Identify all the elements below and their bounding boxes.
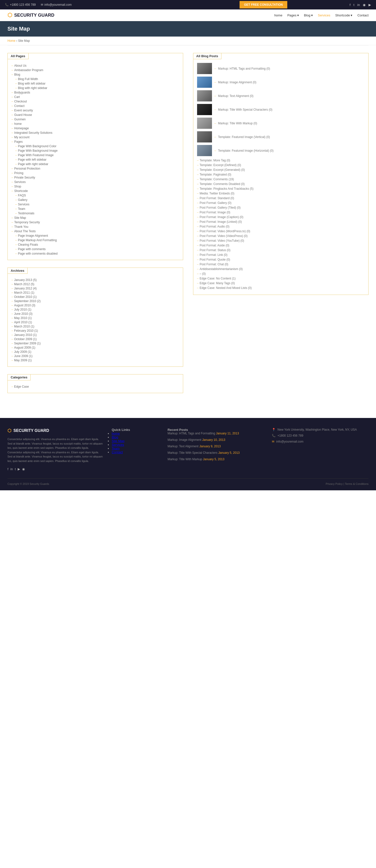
cta-button[interactable]: GET FREE CONSULTATION	[240, 1, 287, 8]
page-link[interactable]: Checkout	[14, 100, 27, 103]
category-link[interactable]: Edge Case	[14, 385, 29, 389]
page-link[interactable]: Page With Featured Image	[18, 153, 54, 157]
quick-link[interactable]: Team	[112, 446, 120, 450]
recent-post-link[interactable]: Markup: Image Alignment	[167, 438, 201, 442]
page-link[interactable]: FAQS	[18, 194, 26, 197]
blog-post-link[interactable]: Post Format: Chat (0)	[199, 262, 228, 266]
archive-link[interactable]: March 2010 (1)	[14, 325, 34, 328]
page-link[interactable]: Site Map	[14, 216, 26, 220]
nav-services[interactable]: Services	[318, 13, 330, 17]
archive-link[interactable]: May 2010 (1)	[14, 316, 32, 320]
page-link[interactable]: Guard House	[14, 113, 32, 117]
page-link[interactable]: Shop	[14, 185, 21, 188]
page-link[interactable]: Shortcode	[14, 189, 28, 193]
page-link[interactable]: Page Markup And Formatting	[18, 239, 57, 242]
archive-link[interactable]: August 2009 (1)	[14, 346, 35, 349]
blog-post-link[interactable]: Template: Pingbacks And Trackbacks (5)	[199, 187, 253, 190]
blog-post-link[interactable]: Post Format: Gallery (Tiled) (0)	[199, 206, 241, 209]
breadcrumb-home[interactable]: Home	[7, 39, 15, 42]
page-link[interactable]: home	[14, 122, 22, 126]
page-link[interactable]: Cart	[14, 95, 20, 99]
archive-link[interactable]: July 2010 (1)	[14, 308, 31, 311]
footer-social-youtube[interactable]: ▶	[18, 467, 20, 471]
blog-post-link[interactable]: – (0)	[199, 272, 206, 276]
blog-post-link[interactable]: Media: Twitter Embeds (0)	[199, 192, 234, 195]
page-link[interactable]: Personal Protection	[14, 167, 40, 170]
blog-post-link[interactable]: Antidisestablishmentarianism (0)	[199, 267, 243, 271]
blog-post-link[interactable]: Template: Excerpt (Defined) (0)	[199, 163, 241, 167]
archive-link[interactable]: March 2012 (5)	[14, 282, 34, 286]
quick-link[interactable]: Contact	[112, 450, 123, 454]
recent-post-link[interactable]: Markup: HTML Tags and Formatting	[167, 432, 215, 435]
archive-link[interactable]: February 2010 (1)	[14, 329, 38, 333]
blog-post-link[interactable]: Post Format: Image (Caption) (0)	[199, 215, 243, 219]
page-link[interactable]: Event security	[14, 108, 33, 112]
page-link[interactable]: Page with comments	[18, 247, 45, 251]
blog-post-link[interactable]: Template: Excerpt (Generated) (0)	[199, 168, 245, 172]
page-link[interactable]: Gallery	[18, 198, 27, 202]
footer-social-rss[interactable]: ◉	[22, 467, 25, 471]
page-link[interactable]: Page With Background Color	[18, 145, 56, 148]
blog-post-link[interactable]: Template: Comments Disabled (0)	[199, 182, 245, 186]
footer-social-facebook[interactable]: f	[7, 467, 8, 471]
blog-post-title-link[interactable]: Markup: Text Alignment (0)	[218, 94, 253, 98]
blog-post-link[interactable]: Post Format: Image (Linked) (0)	[199, 220, 242, 223]
nav-contact[interactable]: Contact	[357, 13, 369, 17]
blog-post-link[interactable]: Template: More Tag (0)	[199, 159, 230, 162]
blog-post-link[interactable]: Edge Case: No Content (1)	[199, 277, 236, 280]
archive-link[interactable]: January 2010 (1)	[14, 333, 37, 337]
page-link[interactable]: Page With Background Image	[18, 149, 57, 152]
blog-post-link[interactable]: Post Format: Quote (0)	[199, 258, 230, 261]
blog-post-link[interactable]: Post Format: Aside (0)	[199, 244, 229, 247]
page-link[interactable]: Blog	[14, 73, 20, 76]
blog-post-link[interactable]: Template: Paginated (0)	[199, 173, 231, 176]
social-facebook[interactable]: f	[350, 3, 351, 7]
page-link[interactable]: Pricing	[14, 171, 23, 175]
archive-link[interactable]: June 2010 (3)	[14, 312, 33, 315]
quick-link[interactable]: Services	[112, 443, 124, 446]
archive-link[interactable]: March 2011 (1)	[14, 291, 34, 294]
blog-post-link[interactable]: Post Format: Link (0)	[199, 253, 227, 257]
page-link[interactable]: Testimonials	[18, 212, 34, 215]
archive-link[interactable]: April 2010 (1)	[14, 320, 32, 324]
archive-link[interactable]: May 2009 (1)	[14, 359, 32, 362]
nav-shortcode[interactable]: Shortcode ▾	[335, 13, 352, 17]
archive-link[interactable]: January 2012 (4)	[14, 287, 37, 290]
page-link[interactable]: Blog with left sidebar	[18, 82, 45, 85]
blog-post-title-link[interactable]: Markup: HTML Tags and Formatting (0)	[218, 67, 270, 70]
terms-link[interactable]: Terms & Conditions	[345, 483, 369, 485]
nav-pages[interactable]: Pages ▾	[287, 13, 299, 17]
page-link[interactable]: About Us	[14, 64, 26, 67]
blog-post-link[interactable]: Template: Comments (19)	[199, 178, 234, 181]
page-link[interactable]: Page Image Alignment	[18, 234, 48, 238]
nav-home[interactable]: home	[274, 13, 283, 17]
page-link[interactable]: Ambassador Program	[14, 68, 43, 72]
blog-post-link[interactable]: Post Format: Video (VideoPress) (0)	[199, 234, 248, 238]
blog-post-title-link[interactable]: Template: Featured Image (Vertical) (0)	[218, 135, 270, 139]
blog-post-link[interactable]: Post Format: Status (0)	[199, 248, 230, 252]
recent-post-link[interactable]: Markup: Title With Special Characters	[167, 451, 217, 455]
page-link[interactable]: My account	[14, 135, 29, 139]
social-linkedin[interactable]: in	[357, 3, 360, 7]
page-link[interactable]: Services	[14, 180, 26, 184]
page-link[interactable]: Blog with right sidebar	[18, 86, 47, 90]
quick-link[interactable]: Blog	[112, 435, 118, 439]
archive-link[interactable]: January 2013 (5)	[14, 278, 37, 282]
blog-post-title-link[interactable]: Template: Featured Image (Horizontal) (0…	[218, 149, 273, 152]
page-link[interactable]: Clearing Floats	[18, 243, 38, 246]
page-link[interactable]: Team	[18, 207, 25, 211]
page-link[interactable]: Contact	[14, 104, 24, 108]
page-link[interactable]: Temporary Security	[14, 221, 40, 224]
blog-post-link[interactable]: Edge Case: Nested And Mixed Lists (0)	[199, 286, 251, 290]
blog-post-title-link[interactable]: Markup: Title With Markup (0)	[218, 122, 257, 125]
archive-link[interactable]: September 2010 (2)	[14, 299, 41, 303]
page-link[interactable]: Thank You	[14, 225, 28, 228]
page-link[interactable]: Page with left sidebar	[18, 158, 46, 161]
recent-post-link[interactable]: Markup: Title With Markup	[167, 458, 202, 461]
page-link[interactable]: Page with comments disabled	[18, 252, 57, 255]
blog-post-title-link[interactable]: Markup: Title With Special Characters (0…	[218, 108, 272, 112]
social-twitter[interactable]: t	[353, 3, 354, 7]
archive-link[interactable]: October 2010 (1)	[14, 295, 37, 299]
archive-link[interactable]: October 2009 (1)	[14, 337, 37, 341]
blog-post-link[interactable]: Post Format: Audio (0)	[199, 225, 229, 228]
